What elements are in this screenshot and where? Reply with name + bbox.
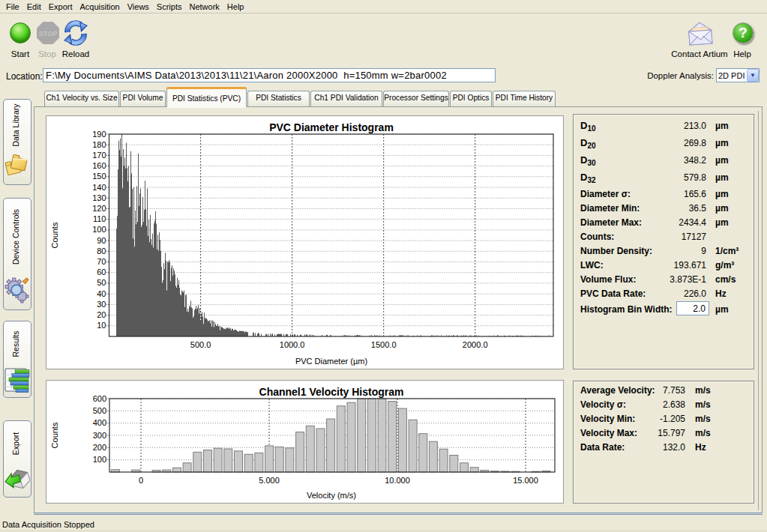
svg-text:0: 0 bbox=[139, 476, 143, 485]
svg-text:PVC Diameter Histogram: PVC Diameter Histogram bbox=[269, 121, 394, 133]
svg-text:40: 40 bbox=[97, 289, 106, 298]
svg-text:Counts: Counts bbox=[50, 222, 59, 248]
svg-text:500: 500 bbox=[93, 406, 106, 415]
svg-text:170: 170 bbox=[92, 151, 106, 160]
svg-text:STOP: STOP bbox=[39, 30, 57, 37]
svg-text:10: 10 bbox=[97, 321, 106, 330]
svg-text:20: 20 bbox=[97, 310, 106, 319]
svg-text:600: 600 bbox=[93, 394, 106, 403]
svg-text:190: 190 bbox=[92, 130, 106, 139]
svg-text:2000.0: 2000.0 bbox=[463, 340, 488, 349]
svg-text:15.000: 15.000 bbox=[513, 476, 538, 485]
svg-text:100: 100 bbox=[92, 225, 106, 234]
svg-text:30: 30 bbox=[97, 300, 106, 309]
svg-text:90: 90 bbox=[97, 236, 106, 245]
svg-text:50: 50 bbox=[97, 278, 106, 287]
svg-text:Velocity (m/s): Velocity (m/s) bbox=[307, 491, 356, 500]
svg-text:80: 80 bbox=[97, 247, 106, 256]
svg-text:Counts: Counts bbox=[50, 422, 59, 448]
svg-text:120: 120 bbox=[92, 204, 106, 213]
svg-text:5.000: 5.000 bbox=[259, 476, 280, 485]
svg-text:Channel1 Velocity Histogram: Channel1 Velocity Histogram bbox=[259, 386, 404, 398]
svg-text:70: 70 bbox=[97, 257, 106, 266]
svg-text:160: 160 bbox=[92, 161, 106, 170]
svg-text:130: 130 bbox=[92, 193, 106, 202]
svg-text:150: 150 bbox=[92, 172, 106, 181]
svg-text:300: 300 bbox=[93, 431, 106, 440]
svg-text:100: 100 bbox=[93, 455, 106, 464]
svg-text:500.0: 500.0 bbox=[190, 340, 211, 349]
svg-text:60: 60 bbox=[97, 267, 106, 276]
svg-text:140: 140 bbox=[92, 183, 106, 192]
svg-text:400: 400 bbox=[93, 418, 106, 427]
svg-text:PVC Diameter (µm): PVC Diameter (µm) bbox=[295, 357, 367, 366]
svg-text:200: 200 bbox=[93, 443, 106, 452]
svg-text:10.000: 10.000 bbox=[385, 476, 410, 485]
svg-text:1000.0: 1000.0 bbox=[280, 340, 305, 349]
svg-text:110: 110 bbox=[93, 214, 106, 223]
svg-text:180: 180 bbox=[92, 140, 106, 149]
svg-text:1500.0: 1500.0 bbox=[371, 340, 397, 349]
